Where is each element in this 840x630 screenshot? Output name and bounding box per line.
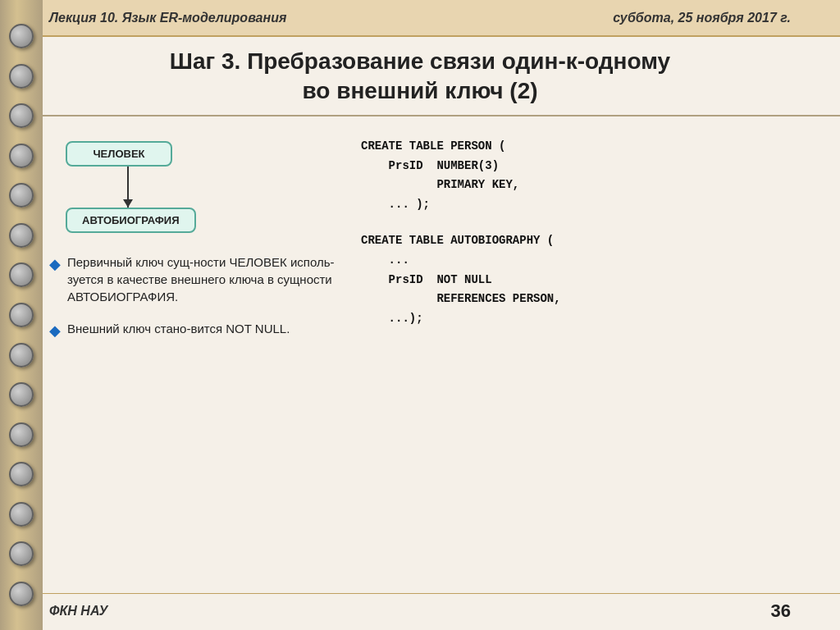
entity-person: ЧЕЛОВЕК bbox=[66, 141, 172, 167]
title-line1: Шаг 3. Пребразование связи один-к-одному bbox=[170, 48, 670, 74]
bullet-item-2: ◆ Внешний ключ стано-вится NOT NULL. bbox=[49, 320, 345, 341]
right-section: CREATE TABLE PERSON ( PrsID NUMBER(3) PR… bbox=[361, 133, 807, 577]
spiral-ring bbox=[9, 382, 34, 407]
bullet-item-1: ◆ Первичный ключ сущ-ности ЧЕЛОВЕК испол… bbox=[49, 253, 345, 305]
slide: Лекция 10. Язык ER-моделирования суббота… bbox=[0, 0, 840, 630]
footer-page-number: 36 bbox=[771, 600, 791, 622]
header-date: суббота, 25 ноября 2017 г. bbox=[613, 11, 791, 25]
spiral-ring bbox=[9, 24, 34, 48]
spiral-ring bbox=[9, 144, 34, 168]
code-block-1: CREATE TABLE PERSON ( PrsID NUMBER(3) PR… bbox=[361, 137, 807, 215]
connector-line bbox=[127, 167, 129, 208]
bullet-text-2: Внешний ключ стано-вится NOT NULL. bbox=[67, 320, 345, 337]
bullet-list: ◆ Первичный ключ сущ-ности ЧЕЛОВЕК испол… bbox=[49, 253, 345, 341]
header-lecture-title: Лекция 10. Язык ER-моделирования bbox=[49, 11, 286, 25]
spiral-ring bbox=[9, 462, 34, 486]
spiral-ring bbox=[9, 343, 34, 368]
bullet-icon-1: ◆ bbox=[49, 254, 61, 275]
bullet-text-1: Первичный ключ сущ-ности ЧЕЛОВЕК исполь-… bbox=[67, 253, 345, 305]
slide-title-area: Шаг 3. Пребразование связи один-к-одному… bbox=[0, 37, 840, 116]
content-area: ЧЕЛОВЕК АВТОБИОГРАФИЯ ◆ Первичный ключ с… bbox=[0, 116, 840, 593]
footer-org: ФКН НАУ bbox=[49, 604, 107, 619]
entity-autobiography: АВТОБИОГРАФИЯ bbox=[66, 208, 196, 233]
spiral-ring bbox=[9, 582, 34, 606]
spiral-ring bbox=[9, 183, 34, 208]
spiral-ring bbox=[9, 223, 34, 248]
bullet-icon-2: ◆ bbox=[49, 321, 61, 341]
slide-header: Лекция 10. Язык ER-моделирования суббота… bbox=[0, 0, 840, 37]
left-section: ЧЕЛОВЕК АВТОБИОГРАФИЯ ◆ Первичный ключ с… bbox=[49, 133, 345, 577]
spiral-ring bbox=[9, 303, 34, 327]
er-diagram: ЧЕЛОВЕК АВТОБИОГРАФИЯ bbox=[49, 133, 345, 233]
spiral-ring bbox=[9, 502, 34, 527]
spiral-ring bbox=[9, 262, 34, 287]
spiral-ring bbox=[9, 541, 34, 566]
title-line2: во внешний ключ (2) bbox=[302, 78, 537, 103]
slide-title: Шаг 3. Пребразование связи один-к-одному… bbox=[49, 47, 791, 107]
code-block-2: CREATE TABLE AUTOBIOGRAPHY ( ... PrsID N… bbox=[361, 231, 807, 329]
spiral-ring bbox=[9, 64, 34, 89]
spiral-ring bbox=[9, 422, 34, 447]
spiral-ring bbox=[9, 103, 34, 128]
slide-footer: ФКН НАУ 36 bbox=[0, 593, 840, 630]
spiral-binding bbox=[0, 0, 43, 630]
